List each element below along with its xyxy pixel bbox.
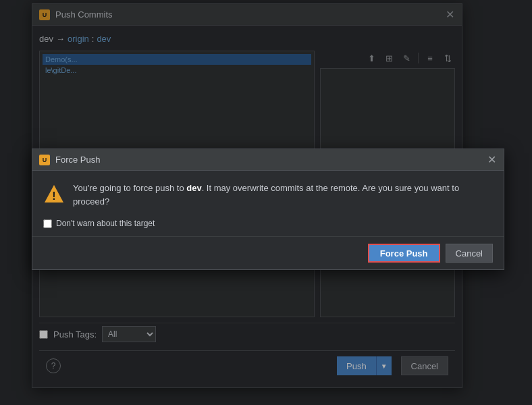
dont-warn-text: Don't warn about this target bbox=[56, 219, 155, 228]
dont-warn-checkbox[interactable] bbox=[43, 219, 52, 228]
force-push-title: Force Push bbox=[55, 155, 486, 165]
force-push-body: ! You're going to force push to dev. It … bbox=[32, 171, 504, 219]
force-push-options: Don't warn about this target bbox=[32, 219, 504, 236]
force-push-dialog: U Force Push ✕ ! You're going to force p… bbox=[32, 148, 504, 270]
warning-branch: dev bbox=[186, 183, 201, 193]
svg-text:!: ! bbox=[52, 190, 55, 202]
force-push-cancel-button[interactable]: Cancel bbox=[446, 244, 493, 263]
dont-warn-label[interactable]: Don't warn about this target bbox=[43, 219, 155, 228]
force-push-confirm-button[interactable]: Force Push bbox=[368, 244, 440, 263]
force-push-close-button[interactable]: ✕ bbox=[486, 155, 497, 165]
warning-text: You're going to force push to dev. It ma… bbox=[73, 182, 493, 208]
warning-icon: ! bbox=[43, 183, 65, 205]
warning-text-part1: You're going to force push to bbox=[73, 183, 186, 193]
force-push-title-icon: U bbox=[39, 155, 50, 165]
force-push-buttons: Force Push Cancel bbox=[32, 236, 504, 269]
force-push-titlebar: U Force Push ✕ bbox=[32, 149, 504, 171]
